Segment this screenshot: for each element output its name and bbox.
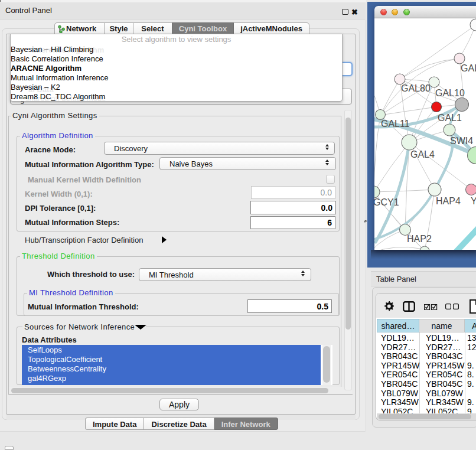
svg-text:GAL11: GAL11: [381, 119, 410, 129]
svg-text:GCY1: GCY1: [374, 197, 399, 207]
svg-text:GAL80: GAL80: [401, 83, 431, 93]
svg-text:HAP2: HAP2: [407, 234, 432, 244]
svg-text:GAL: GAL: [461, 63, 476, 73]
svg-text:Y: Y: [471, 196, 476, 206]
svg-text:GAL1: GAL1: [438, 113, 462, 123]
svg-text:SWI4: SWI4: [450, 136, 473, 146]
svg-text:GAL10: GAL10: [435, 88, 465, 98]
svg-text:HAP4: HAP4: [436, 196, 461, 206]
svg-text:GAL4: GAL4: [410, 149, 435, 159]
